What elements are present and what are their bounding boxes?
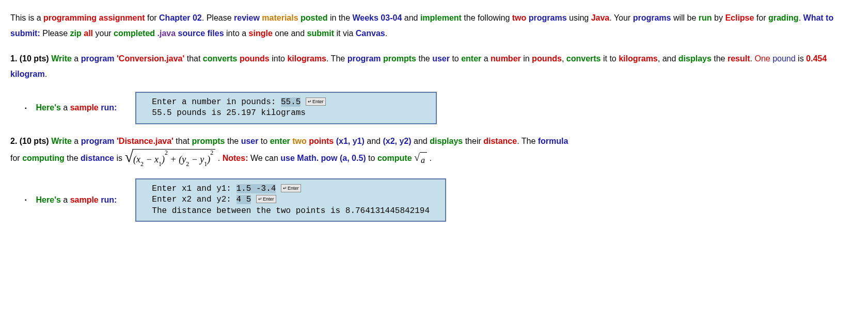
x: x [154,154,159,164]
q2-filename: 'Distance.java' [117,137,173,145]
text: . [799,13,803,22]
text-grading: grading [768,13,799,22]
run-label: run: [99,103,117,112]
text: . Please [202,13,234,22]
q2-user: user [241,137,259,145]
text: a [61,103,70,112]
q1-0454: 0.454 [806,54,827,63]
run1-line1-input: 55.5 [281,97,301,107]
text: , and [658,54,678,63]
text-programming-assignment: programming assignment [43,13,145,22]
text: will be [671,13,698,22]
text: . The [517,137,538,145]
a: a [420,152,427,168]
text: the following [462,13,512,22]
text: , [562,54,564,63]
q1-pound: pound [772,54,796,63]
sub1: 1 [159,160,162,168]
sqrt-icon: √ [414,152,420,162]
q2-displays: displays [430,137,463,145]
text-programs: programs [529,13,567,22]
text-weeks: Weeks 03-04 [353,13,402,22]
sample-run-1-row: Here's a sample run: Enter a number in p… [25,92,858,124]
q2-two: two [292,137,307,145]
q1-converts: converts [203,54,238,63]
q2-x1y1: (x1, y1) [336,137,365,145]
text: a [481,54,491,63]
q1-user: user [432,54,450,63]
text: the [225,137,241,145]
text-canvas: Canvas [356,29,385,38]
q2-program: program [81,137,115,145]
text: and [412,137,430,145]
text: in [521,54,532,63]
q1-number: number [491,54,521,63]
sample-run-2-row: Here's a sample run: Enter x1 and y1: 1.… [25,178,858,222]
heres: Here's [36,103,61,112]
run2-line1-prompt: Enter x1 and y1: [152,184,236,193]
text-two: two [512,13,527,22]
text: . [218,154,223,163]
text-all: all [84,29,93,38]
y: y [182,154,186,164]
text: the [416,54,432,63]
run-label: run: [99,195,117,204]
q1-write: Write [51,54,72,63]
sub2: 2 [186,160,189,168]
q1-pounds: pounds [240,54,270,63]
text: . The [326,54,348,63]
sample: sample [70,195,99,204]
text-eclipse: Eclipse [725,13,754,22]
run2-line1-input: 1.5 -3.4 [236,184,276,193]
run2-line2-prompt: Enter x2 and y2: [152,195,236,204]
heres: Here's [36,195,61,204]
run1-line2: 55.5 pounds is 25.197 kilograms [152,108,306,118]
q2-distance2: distance [81,154,114,163]
text: for [10,154,22,163]
text: one and [273,29,307,38]
text: . [385,29,387,38]
sub1: 1 [204,160,207,168]
text: . [45,70,47,78]
text-programs2: programs [633,13,671,22]
text-submit: submit [307,29,334,38]
q2-enter: enter [270,137,290,145]
q1-enter: enter [461,54,481,63]
q1-kilograms: kilograms [287,54,326,63]
text-review: review [234,13,260,22]
text: that [184,54,203,63]
x: x [136,154,140,164]
text: to [366,154,377,163]
enter-key-icon: Enter [281,184,302,192]
sqrt-a-formula: √a [414,152,427,168]
q1-converts2: converts [566,54,601,63]
text: . [429,154,431,163]
q1-filename: 'Conversion.java' [117,54,184,63]
text-materials: materials [262,13,298,22]
q2-x2y2: (x2, y2) [383,137,411,145]
text: This is a [10,13,43,22]
text-source-files: source files [178,29,224,38]
text: it to [601,54,619,63]
text: and [365,137,383,145]
enter-key-icon: Enter [256,195,277,203]
q2-prompts: prompts [192,137,225,145]
text: that [173,137,192,145]
text-zip: zip [70,29,82,38]
q1-prompts: prompts [383,54,416,63]
sample-run-label: Here's a sample run: [36,192,117,208]
text: into a [224,29,249,38]
q2-formula: formula [538,137,569,145]
text: using [567,13,591,22]
text: is [796,54,806,63]
minus: − [189,154,200,164]
text: a [72,137,81,145]
text: We can [248,154,280,163]
text: is [114,154,124,163]
q1-result: result [728,54,750,63]
text-completed: completed [114,29,155,38]
plus: + [168,154,179,164]
minus: − [144,154,154,164]
intro-paragraph: This is a programming assignment for Cha… [10,10,858,42]
sub2: 2 [140,160,144,168]
